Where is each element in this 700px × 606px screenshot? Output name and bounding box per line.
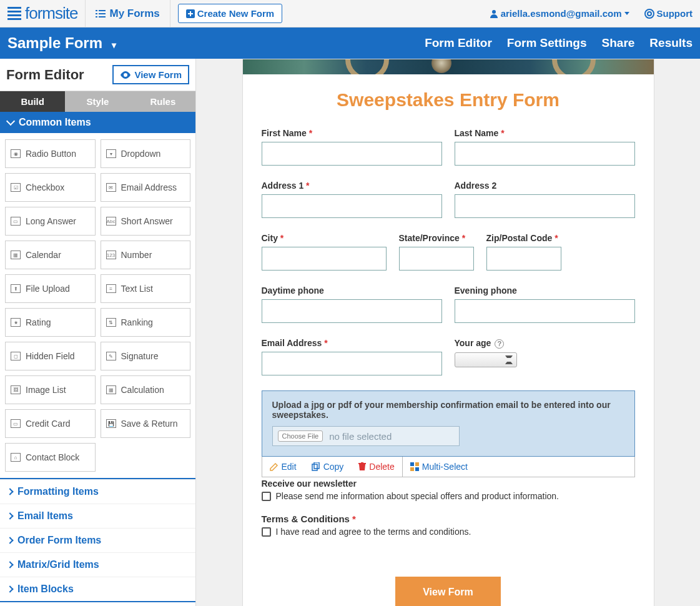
- sidebar: Form Editor View Form Build Style Rules …: [0, 59, 196, 606]
- svg-point-3: [648, 12, 651, 16]
- palette-item[interactable]: ⇅Ranking: [101, 308, 191, 337]
- chevron-right-icon: [6, 488, 13, 495]
- palette-item[interactable]: ▦Calendar: [5, 241, 96, 269]
- tc-checkbox-row[interactable]: I have read and agree to the terms and c…: [262, 527, 635, 537]
- chevron-down-icon: [6, 117, 15, 126]
- address2-input[interactable]: [455, 194, 635, 218]
- palette-item[interactable]: 123Number: [101, 241, 191, 269]
- palette-item[interactable]: AbcShort Answer: [101, 207, 191, 236]
- palette-item-label: Email Address: [121, 182, 177, 192]
- age-select[interactable]: [455, 352, 517, 367]
- section-common-items[interactable]: Common Items: [0, 112, 195, 133]
- svg-point-1: [492, 10, 496, 14]
- item-palette: ◉Radio Button▾Dropdown☑Checkbox✉Email Ad…: [0, 133, 195, 478]
- palette-item[interactable]: ✎Signature: [101, 342, 191, 370]
- state-input[interactable]: [399, 247, 474, 271]
- day-phone-input[interactable]: [262, 299, 442, 323]
- caret-down-icon: [624, 12, 629, 15]
- palette-item[interactable]: ▾Dropdown: [101, 139, 191, 168]
- palette-item[interactable]: ≡Text List: [101, 274, 191, 303]
- upload-label: Upload a jpg or pdf of your membership c…: [272, 400, 624, 420]
- palette-item-label: Number: [121, 250, 152, 260]
- sidebar-category[interactable]: Order Form Items: [0, 528, 195, 552]
- item-type-icon: ★: [11, 318, 21, 327]
- palette-item[interactable]: 🖼Image List: [5, 375, 96, 404]
- palette-item[interactable]: 💾Save & Return: [101, 409, 191, 438]
- no-file-text: no file selected: [329, 431, 392, 442]
- field-zip[interactable]: Zip/Postal Code *: [486, 233, 561, 271]
- sidebar-category[interactable]: Item Blocks: [0, 577, 195, 601]
- choose-file-button[interactable]: Choose File: [278, 430, 323, 442]
- field-email[interactable]: Email Address *: [262, 338, 442, 375]
- field-age[interactable]: Your age ?: [455, 338, 635, 375]
- palette-item[interactable]: ★Rating: [5, 308, 96, 337]
- tab-style[interactable]: Style: [65, 91, 130, 112]
- eve-phone-input[interactable]: [455, 299, 635, 323]
- sidebar-category[interactable]: Formatting Items: [0, 479, 195, 504]
- palette-item[interactable]: ✉Email Address: [101, 173, 191, 202]
- form-name: Sample Form: [7, 34, 102, 51]
- help-icon[interactable]: ?: [495, 339, 504, 349]
- palette-item[interactable]: ▭Long Answer: [5, 207, 96, 236]
- form-name-dropdown[interactable]: Sample Form ▾: [7, 34, 116, 52]
- tab-results[interactable]: Results: [649, 36, 693, 50]
- create-new-form-label: Create New Form: [197, 8, 274, 19]
- zip-input[interactable]: [486, 247, 561, 271]
- newsletter-checkbox-row[interactable]: Please send me information about special…: [262, 491, 635, 501]
- copy-button[interactable]: Copy: [304, 457, 352, 477]
- user-menu[interactable]: ariella.esmond@gmail.com: [482, 8, 637, 19]
- field-day-phone[interactable]: Daytime phone: [262, 286, 442, 323]
- field-address1[interactable]: Address 1 *: [262, 181, 442, 218]
- my-forms-nav[interactable]: My Forms: [85, 0, 170, 27]
- delete-button[interactable]: Delete: [351, 457, 402, 477]
- palette-item[interactable]: ☑Checkbox: [5, 173, 96, 202]
- palette-item[interactable]: ▦Calculation: [101, 375, 191, 404]
- multi-select-button[interactable]: Multi-Select: [403, 457, 475, 477]
- palette-item[interactable]: ◉Radio Button: [5, 139, 96, 168]
- palette-item-label: Image List: [26, 385, 66, 395]
- create-new-form-button[interactable]: Create New Form: [178, 4, 282, 23]
- tab-share[interactable]: Share: [602, 36, 635, 50]
- svg-rect-9: [415, 467, 419, 471]
- first-name-input[interactable]: [262, 142, 442, 166]
- upload-field-selected[interactable]: Upload a jpg or pdf of your membership c…: [262, 390, 635, 457]
- field-last-name[interactable]: Last Name *: [455, 128, 635, 166]
- field-first-name[interactable]: First Name *: [262, 128, 442, 166]
- item-type-icon: ◉: [11, 149, 21, 158]
- support-link[interactable]: Support: [637, 8, 701, 19]
- brand-logo[interactable]: formsite: [0, 4, 85, 23]
- palette-item-label: Rating: [26, 317, 51, 327]
- field-state[interactable]: State/Province *: [399, 233, 474, 271]
- checkbox-icon[interactable]: [262, 527, 271, 537]
- last-name-input[interactable]: [455, 142, 635, 166]
- city-input[interactable]: [262, 247, 387, 271]
- field-city[interactable]: City *: [262, 233, 387, 271]
- tab-rules[interactable]: Rules: [131, 91, 195, 112]
- tab-build[interactable]: Build: [0, 91, 65, 112]
- email-input[interactable]: [262, 352, 442, 375]
- sidebar-category[interactable]: Email Items: [0, 504, 195, 528]
- palette-item[interactable]: ⌂Contact Block: [5, 443, 96, 472]
- form-preview: Sweepstakes Entry Form First Name * Last…: [242, 59, 654, 606]
- sidebar-category[interactable]: Matrix/Grid Items: [0, 552, 195, 577]
- tab-form-editor[interactable]: Form Editor: [425, 36, 492, 50]
- palette-item-label: Text List: [121, 284, 153, 294]
- checkbox-icon[interactable]: [262, 492, 271, 501]
- field-address2[interactable]: Address 2: [455, 181, 635, 218]
- view-form-button[interactable]: View Form: [112, 65, 189, 84]
- chevron-right-icon: [6, 561, 13, 568]
- palette-item[interactable]: ⬆File Upload: [5, 274, 96, 303]
- form-nav-bar: Sample Form ▾ Form Editor Form Settings …: [0, 27, 700, 59]
- item-type-icon: ▦: [106, 385, 116, 394]
- tab-form-settings[interactable]: Form Settings: [507, 36, 587, 50]
- category-label: Matrix/Grid Items: [17, 559, 99, 570]
- palette-item[interactable]: ◻Hidden Field: [5, 342, 96, 370]
- edit-button[interactable]: Edit: [262, 457, 304, 477]
- sidebar-title: Form Editor: [6, 67, 112, 83]
- view-form-submit-button[interactable]: View Form: [395, 577, 501, 606]
- file-input[interactable]: Choose File no file selected: [272, 426, 460, 446]
- field-eve-phone[interactable]: Evening phone: [455, 286, 635, 323]
- palette-item[interactable]: ▭Credit Card: [5, 409, 96, 438]
- address1-input[interactable]: [262, 194, 442, 218]
- palette-item-label: Hidden Field: [26, 351, 75, 361]
